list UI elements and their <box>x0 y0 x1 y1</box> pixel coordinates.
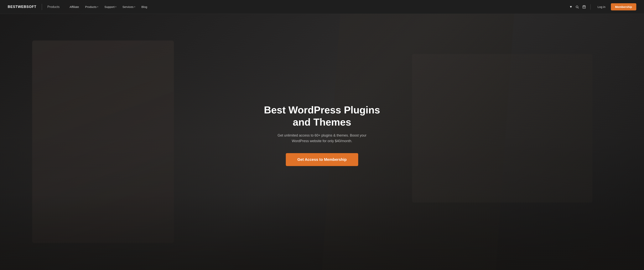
nav-item-services[interactable]: Services ▾ <box>120 4 138 10</box>
svg-point-0 <box>576 6 578 8</box>
nav-item-support[interactable]: Support ▾ <box>102 4 119 10</box>
cart-icon[interactable] <box>582 5 586 9</box>
nav-label-blog: Blog <box>141 5 147 9</box>
header: BESTWEBSOFT Products Affiliate Products … <box>0 0 644 14</box>
header-icons: ♥ <box>570 5 586 9</box>
logo[interactable]: BESTWEBSOFT <box>8 5 36 9</box>
chevron-down-icon: ▾ <box>97 6 98 8</box>
nav-label-affiliate: Affiliate <box>70 5 79 9</box>
cta-button[interactable]: Get Access to Membership <box>286 153 358 166</box>
nav-item-affiliate[interactable]: Affiliate <box>67 4 81 10</box>
membership-button[interactable]: Membership <box>611 3 636 11</box>
header-divider <box>590 4 591 10</box>
login-button[interactable]: Log in <box>595 4 608 10</box>
header-left: BESTWEBSOFT Products Affiliate Products … <box>8 4 150 10</box>
hero-content: Best WordPress Plugins and Themes Get un… <box>254 100 390 170</box>
nav-label-services: Services <box>122 5 134 9</box>
breadcrumb: Products <box>48 5 60 9</box>
nav-label-products: Products <box>85 5 96 9</box>
logo-divider <box>42 4 42 10</box>
nav-label-support: Support <box>104 5 114 9</box>
wishlist-icon[interactable]: ♥ <box>570 5 572 9</box>
main-nav: Affiliate Products ▾ Support ▾ Services … <box>67 4 150 10</box>
hero-subtitle: Get unlimited access to 60+ plugins & th… <box>272 133 372 144</box>
chevron-down-icon: ▾ <box>115 6 116 8</box>
nav-item-blog[interactable]: Blog <box>139 4 150 10</box>
nav-item-products[interactable]: Products ▾ <box>83 4 100 10</box>
hero-section: Best WordPress Plugins and Themes Get un… <box>0 0 644 270</box>
chevron-down-icon: ▾ <box>134 6 135 8</box>
bg-decoration-monitor <box>412 54 592 202</box>
bg-decoration-desk <box>0 194 644 270</box>
svg-line-1 <box>578 8 578 8</box>
header-right: ♥ Log in Membership <box>570 3 636 11</box>
hero-title: Best WordPress Plugins and Themes <box>258 104 386 128</box>
search-icon[interactable] <box>576 5 579 9</box>
